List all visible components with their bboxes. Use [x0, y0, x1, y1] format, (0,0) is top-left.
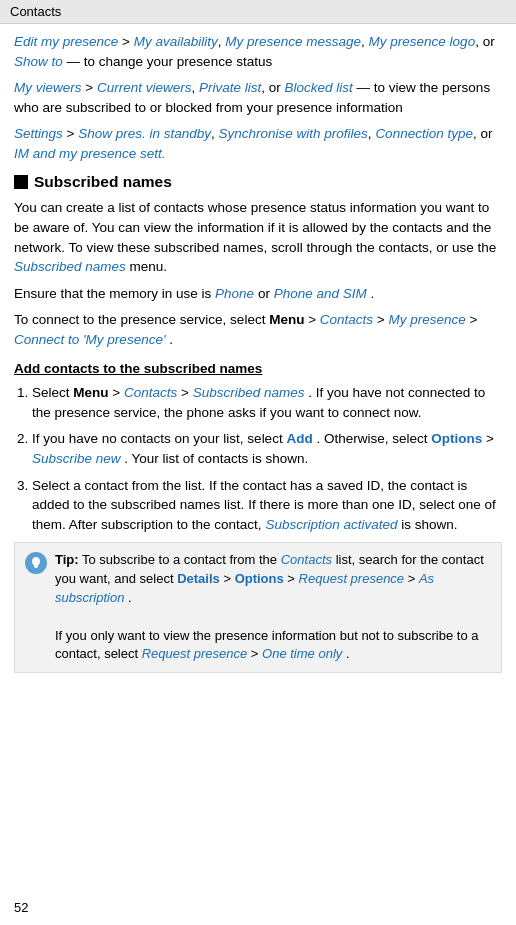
steps-list: Select Menu > Contacts > Subscribed name… — [32, 383, 502, 534]
link-phone-and-sim: Phone and SIM — [274, 286, 367, 301]
link-my-presence-message: My presence message — [225, 34, 361, 49]
link-subscribed-names-menu: Subscribed names — [14, 259, 126, 274]
para-settings: Settings > Show pres. in standby, Synchr… — [14, 124, 502, 163]
step2-subscribe-new: Subscribe new — [32, 451, 121, 466]
link-show-to: Show to — [14, 54, 63, 69]
text-menu: Menu — [269, 312, 304, 327]
step-3: Select a contact from the list. If the c… — [32, 476, 502, 535]
section-heading-subscribed-names: Subscribed names — [14, 173, 502, 191]
step2-options: Options — [431, 431, 482, 446]
step1-subscribed-names: Subscribed names — [193, 385, 305, 400]
svg-rect-2 — [35, 567, 38, 568]
tip-label: Tip: — [55, 552, 79, 567]
link-synchronise-profiles: Synchronise with profiles — [219, 126, 368, 141]
link-my-availability: My availability — [134, 34, 218, 49]
step3-subscription-activated: Subscription activated — [265, 517, 397, 532]
link-edit-my-presence: Edit my presence — [14, 34, 118, 49]
page-title: Contacts — [10, 4, 61, 19]
subsection-heading-add-contacts: Add contacts to the subscribed names — [14, 361, 502, 376]
step1-menu: Menu — [73, 385, 108, 400]
link-private-list: Private list — [199, 80, 261, 95]
link-connect-my-presence: Connect to 'My presence' — [14, 332, 165, 347]
tip-link-details: Details — [177, 571, 220, 586]
link-my-presence-nav: My presence — [388, 312, 465, 327]
tip-link-one-time-only: One time only — [262, 646, 342, 661]
link-im-presence-sett: IM and my presence sett. — [14, 146, 166, 161]
link-blocked-list: Blocked list — [285, 80, 353, 95]
link-contacts-1: Contacts — [320, 312, 373, 327]
section-body-1: You can create a list of contacts whose … — [14, 198, 502, 276]
link-my-viewers: My viewers — [14, 80, 82, 95]
link-phone: Phone — [215, 286, 254, 301]
section-title: Subscribed names — [34, 173, 172, 191]
tip-text: Tip: To subscribe to a contact from the … — [55, 551, 491, 664]
link-settings: Settings — [14, 126, 63, 141]
step1-contacts: Contacts — [124, 385, 177, 400]
step-1: Select Menu > Contacts > Subscribed name… — [32, 383, 502, 422]
link-show-pres-standby: Show pres. in standby — [78, 126, 211, 141]
section-icon — [14, 175, 28, 189]
link-current-viewers: Current viewers — [97, 80, 192, 95]
main-content: Edit my presence > My availability, My p… — [0, 24, 516, 691]
svg-rect-1 — [34, 566, 38, 568]
tip-link-request-presence-1: Request presence — [299, 571, 405, 586]
tip-link-request-presence-2: Request presence — [142, 646, 248, 661]
para-edit-presence: Edit my presence > My availability, My p… — [14, 32, 502, 71]
tip-box: Tip: To subscribe to a contact from the … — [14, 542, 502, 673]
tip-link-contacts: Contacts — [281, 552, 332, 567]
svg-point-0 — [32, 557, 40, 566]
link-connection-type: Connection type — [375, 126, 473, 141]
section-body-2: Ensure that the memory in use is Phone o… — [14, 284, 502, 304]
tip-link-options: Options — [235, 571, 284, 586]
page-header: Contacts — [0, 0, 516, 24]
section-body-3: To connect to the presence service, sele… — [14, 310, 502, 349]
tip-icon — [25, 552, 47, 574]
step-2: If you have no contacts on your list, se… — [32, 429, 502, 468]
para-my-viewers: My viewers > Current viewers, Private li… — [14, 78, 502, 117]
lightbulb-icon — [29, 556, 43, 570]
page-number: 52 — [14, 900, 28, 915]
link-my-presence-logo: My presence logo — [369, 34, 476, 49]
step2-add: Add — [286, 431, 312, 446]
